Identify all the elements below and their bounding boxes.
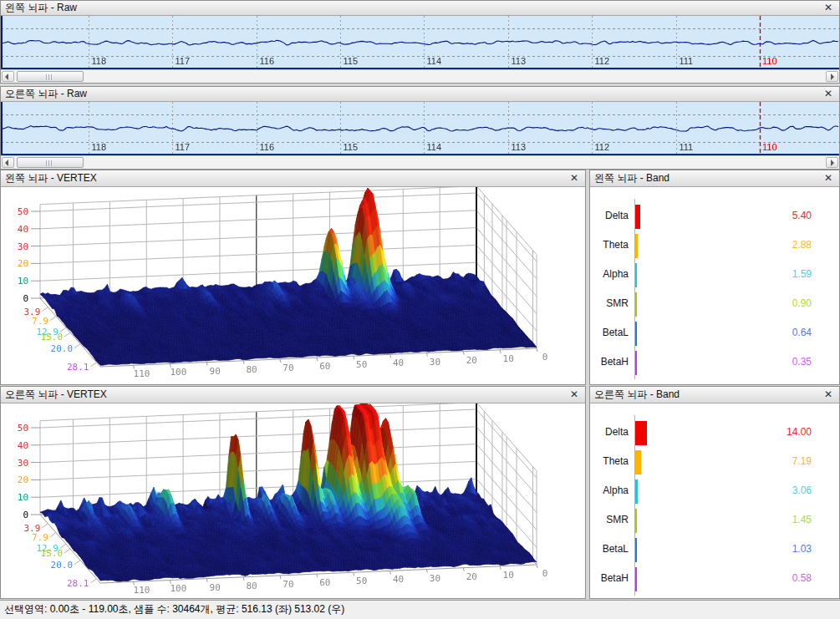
arrow-left-icon (5, 74, 8, 80)
panel-right-raw-title: 오른쪽 뇌파 - Raw (5, 88, 87, 99)
panel-right-vertex-header: 오른쪽 뇌파 - VERTEX ✕ (1, 387, 585, 403)
scroll-right-button[interactable] (826, 71, 838, 82)
panel-left-raw: 왼쪽 뇌파 - Raw ✕ (0, 0, 840, 84)
band-power-list: Delta5.40Theta2.88Alpha1.59SMR0.90BetaL0… (590, 187, 839, 384)
band-bar (635, 479, 638, 504)
eeg-application-window: 왼쪽 뇌파 - Raw ✕ 오른쪽 뇌파 - Raw ✕ 왼쪽 뇌파 - VER (0, 0, 840, 619)
band-row: BetaL1.03 (590, 535, 839, 565)
panel-left-band: 왼쪽 뇌파 - Band ✕ Delta5.40Theta2.88Alpha1.… (589, 170, 840, 385)
band-label: Theta (590, 231, 629, 259)
vertex-3d-spectrum-canvas[interactable] (1, 403, 585, 598)
band-label: SMR (590, 290, 629, 317)
band-bar (635, 292, 637, 317)
band-value: 7.19 (792, 448, 812, 475)
scrollbar-thumb[interactable] (17, 157, 84, 168)
grip-icon (46, 160, 53, 166)
band-value: 3.06 (792, 477, 812, 505)
band-bar (635, 509, 637, 533)
band-row: BetaH0.58 (590, 565, 839, 594)
arrow-right-icon (831, 160, 834, 166)
raw-eeg-waveform-canvas[interactable] (1, 102, 839, 155)
vertex-3d-spectrum-canvas[interactable] (1, 187, 585, 384)
panel-left-raw-title: 왼쪽 뇌파 - Raw (5, 2, 77, 13)
band-bar (635, 351, 637, 375)
band-row: BetaL0.64 (590, 319, 839, 348)
band-row: Delta5.40 (590, 202, 839, 231)
panel-right-band-title: 오른쪽 뇌파 - Band (594, 388, 680, 400)
panel-left-band-header: 왼쪽 뇌파 - Band ✕ (590, 170, 839, 187)
band-label: Theta (590, 448, 629, 475)
horizontal-scrollbar[interactable] (1, 69, 839, 83)
band-value: 14.00 (787, 419, 812, 446)
band-label: BetaH (590, 348, 629, 376)
band-value: 5.40 (792, 202, 812, 230)
panel-right-vertex: 오른쪽 뇌파 - VERTEX ✕ (0, 386, 586, 599)
panel-right-band-header: 오른쪽 뇌파 - Band ✕ (590, 387, 839, 403)
panel-left-vertex-title: 왼쪽 뇌파 - VERTEX (5, 172, 97, 184)
panel-left-vertex-header: 왼쪽 뇌파 - VERTEX ✕ (1, 170, 585, 187)
horizontal-scrollbar[interactable] (1, 155, 839, 169)
band-row: BetaH0.35 (590, 348, 839, 378)
band-value: 0.64 (792, 319, 812, 347)
band-label: Delta (590, 202, 629, 230)
band-value: 2.88 (792, 231, 812, 259)
close-icon[interactable]: ✕ (570, 170, 578, 186)
close-icon[interactable]: ✕ (824, 170, 832, 186)
panel-left-raw-header: 왼쪽 뇌파 - Raw ✕ (1, 1, 839, 16)
band-label: Alpha (590, 477, 629, 505)
status-text: 선택영역: 0.00초 - 119.00초, 샘플 수: 30464개, 평균:… (4, 603, 344, 615)
raw-eeg-plot-left (1, 16, 839, 69)
raw-eeg-waveform-canvas[interactable] (1, 16, 839, 69)
band-row: SMR0.90 (590, 290, 839, 319)
band-row: Theta7.19 (590, 448, 839, 477)
close-icon[interactable]: ✕ (824, 387, 832, 403)
band-bar (635, 263, 637, 287)
band-label: BetaL (590, 535, 629, 563)
band-bar (635, 205, 640, 229)
band-value: 1.59 (792, 261, 812, 288)
band-value: 0.58 (792, 565, 812, 592)
panel-right-raw: 오른쪽 뇌파 - Raw ✕ (0, 86, 840, 170)
band-power-list: Delta14.00Theta7.19Alpha3.06SMR1.45BetaL… (590, 403, 839, 598)
band-bar (635, 450, 641, 474)
band-label: BetaL (590, 319, 629, 347)
band-label: Alpha (590, 261, 629, 288)
status-bar: 선택영역: 0.00초 - 119.00초, 샘플 수: 30464개, 평균:… (0, 600, 840, 619)
band-label: BetaH (590, 565, 629, 592)
band-value: 1.45 (792, 506, 812, 534)
panel-left-vertex: 왼쪽 뇌파 - VERTEX ✕ (0, 170, 586, 385)
close-icon[interactable]: ✕ (824, 1, 832, 15)
raw-eeg-plot-right (1, 102, 839, 155)
band-row: Theta2.88 (590, 231, 839, 261)
band-value: 0.90 (792, 290, 812, 317)
band-value: 0.35 (792, 348, 812, 376)
scrollbar-thumb[interactable] (17, 71, 84, 82)
band-row: SMR1.45 (590, 506, 839, 535)
band-bar (635, 567, 637, 591)
band-label: SMR (590, 506, 629, 534)
band-row: Alpha3.06 (590, 477, 839, 506)
scroll-left-button[interactable] (2, 71, 14, 82)
band-bar (635, 234, 638, 258)
band-row: Alpha1.59 (590, 261, 839, 290)
panel-right-band: 오른쪽 뇌파 - Band ✕ Delta14.00Theta7.19Alpha… (589, 386, 840, 599)
panel-left-band-title: 왼쪽 뇌파 - Band (594, 172, 669, 184)
band-value: 1.03 (792, 535, 812, 563)
band-bar (635, 322, 637, 346)
grip-icon (46, 74, 53, 80)
panel-right-vertex-title: 오른쪽 뇌파 - VERTEX (5, 388, 107, 400)
scroll-left-button[interactable] (2, 157, 14, 168)
arrow-right-icon (831, 74, 834, 80)
band-label: Delta (590, 419, 629, 446)
close-icon[interactable]: ✕ (824, 87, 832, 101)
band-bar (635, 538, 637, 562)
panel-right-raw-header: 오른쪽 뇌파 - Raw ✕ (1, 87, 839, 102)
arrow-left-icon (5, 160, 8, 166)
band-bar (635, 421, 647, 445)
close-icon[interactable]: ✕ (570, 387, 578, 403)
band-row: Delta14.00 (590, 419, 839, 448)
scroll-right-button[interactable] (826, 157, 838, 168)
